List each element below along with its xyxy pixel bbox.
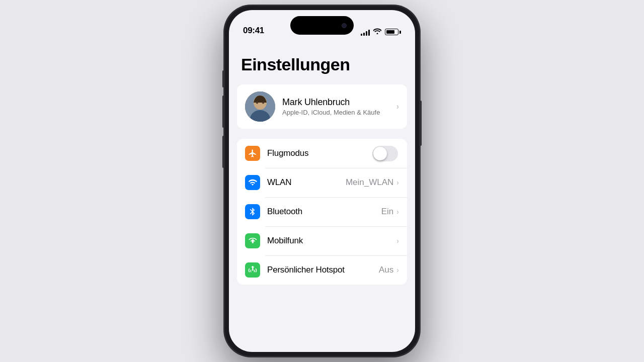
settings-row-mobilfunk[interactable]: Mobilfunk › — [237, 226, 407, 255]
settings-row-flugmodus[interactable]: Flugmodus — [237, 139, 407, 168]
page-title: Einstellungen — [229, 50, 415, 84]
phone-screen: 09:41 — [229, 10, 415, 352]
profile-chevron: › — [396, 102, 399, 111]
hotspot-label: Persönlicher Hotspot — [267, 265, 379, 275]
bluetooth-value: Ein — [381, 207, 394, 217]
avatar — [245, 92, 275, 122]
hotspot-icon — [245, 262, 260, 278]
bluetooth-label: Bluetooth — [267, 207, 381, 217]
wlan-chevron: › — [396, 178, 399, 187]
svg-point-3 — [256, 102, 258, 104]
signal-icon — [361, 29, 370, 36]
hotspot-value: Aus — [379, 265, 393, 275]
settings-content: Einstellungen — [229, 40, 415, 352]
settings-row-bluetooth[interactable]: Bluetooth Ein › — [237, 197, 407, 226]
status-time: 09:41 — [243, 26, 264, 36]
mobilfunk-icon — [245, 233, 260, 248]
phone-body: 09:41 — [224, 5, 420, 357]
wlan-icon — [245, 175, 260, 190]
flugmodus-icon — [245, 146, 260, 161]
wifi-status-icon — [373, 28, 381, 36]
settings-row-wlan[interactable]: WLAN Mein_WLAN › — [237, 168, 407, 197]
dynamic-island — [290, 16, 354, 35]
bluetooth-icon — [245, 204, 260, 219]
camera-dot — [342, 23, 347, 28]
profile-subtitle: Apple-ID, iCloud, Medien & Käufe — [282, 109, 389, 116]
phone-frame: 09:41 — [224, 5, 420, 357]
wlan-value: Mein_WLAN — [346, 177, 393, 188]
settings-row-hotspot[interactable]: Persönlicher Hotspot Aus › — [237, 255, 407, 285]
status-icons — [361, 28, 401, 36]
flugmodus-label: Flugmodus — [267, 148, 372, 158]
battery-icon — [385, 29, 401, 35]
profile-card[interactable]: Mark Uhlenbruch Apple-ID, iCloud, Medien… — [237, 84, 407, 129]
mobilfunk-label: Mobilfunk — [267, 236, 396, 246]
wlan-label: WLAN — [267, 177, 346, 188]
bluetooth-chevron: › — [396, 208, 399, 216]
hotspot-chevron: › — [396, 266, 399, 274]
flugmodus-toggle[interactable] — [372, 146, 398, 161]
profile-name: Mark Uhlenbruch — [282, 97, 389, 108]
profile-info: Mark Uhlenbruch Apple-ID, iCloud, Medien… — [282, 97, 389, 116]
svg-rect-5 — [252, 239, 254, 242]
settings-group-connectivity: Flugmodus WLAN Mein_WLAN › — [237, 139, 407, 285]
mobilfunk-chevron: › — [396, 237, 399, 245]
svg-point-4 — [262, 102, 264, 104]
